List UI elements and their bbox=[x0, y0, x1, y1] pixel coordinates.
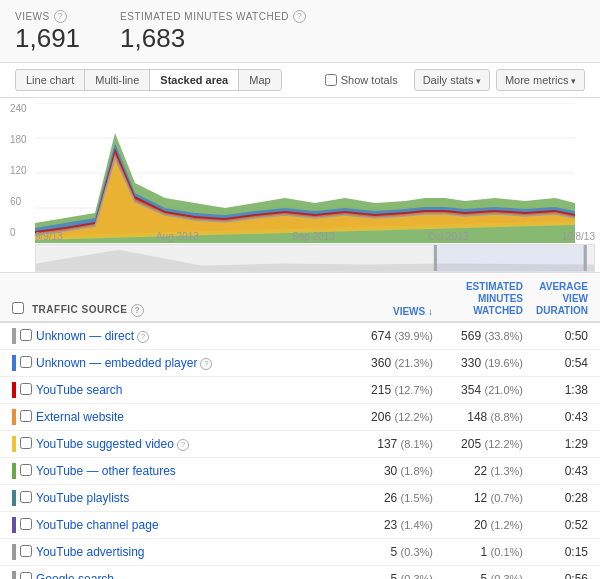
table-row: YouTube suggested video? 137 (8.1%) 205 … bbox=[0, 431, 600, 458]
table-row: YouTube — other features 30 (1.8%) 22 (1… bbox=[0, 458, 600, 485]
table-row: Unknown — embedded player? 360 (21.3%) 3… bbox=[0, 350, 600, 377]
row-avgview-7: 0:52 bbox=[523, 518, 588, 532]
row-source-cell: Google search bbox=[36, 572, 343, 579]
row-avgview-5: 0:43 bbox=[523, 464, 588, 478]
row-source-link-1[interactable]: Unknown — embedded player bbox=[36, 356, 197, 370]
select-all-checkbox[interactable] bbox=[12, 302, 24, 314]
row-checkbox-6[interactable] bbox=[20, 491, 32, 503]
row-source-link-9[interactable]: Google search bbox=[36, 572, 114, 579]
row-views-9: 5 (0.3%) bbox=[343, 572, 433, 579]
minutes-info-icon[interactable]: ? bbox=[293, 10, 306, 23]
th-source: TRAFFIC SOURCE ? bbox=[32, 304, 343, 317]
row-source-link-2[interactable]: YouTube search bbox=[36, 383, 123, 397]
row-checkbox-1[interactable] bbox=[20, 356, 32, 368]
row-color-indicator bbox=[12, 544, 16, 560]
row-views-2: 215 (12.7%) bbox=[343, 383, 433, 397]
top-stats-bar: VIEWS ? 1,691 ESTIMATED MINUTES WATCHED … bbox=[0, 0, 600, 63]
row-color-indicator bbox=[12, 463, 16, 479]
row-avgview-2: 1:38 bbox=[523, 383, 588, 397]
views-stat: VIEWS ? 1,691 bbox=[15, 10, 80, 54]
row-minutes-9: 5 (0.3%) bbox=[433, 572, 523, 579]
row-views-6: 26 (1.5%) bbox=[343, 491, 433, 505]
row-checkbox-cell bbox=[20, 491, 36, 506]
row-views-pct-2: (12.7%) bbox=[394, 384, 433, 396]
row-minutes-4: 205 (12.2%) bbox=[433, 437, 523, 451]
row-info-icon-0[interactable]: ? bbox=[137, 331, 149, 343]
row-source-link-8[interactable]: YouTube advertising bbox=[36, 545, 145, 559]
svg-rect-14 bbox=[434, 245, 587, 271]
row-color-indicator bbox=[12, 355, 16, 371]
more-metrics-dropdown[interactable]: More metrics bbox=[496, 69, 585, 91]
row-source-cell: YouTube search bbox=[36, 383, 343, 397]
row-views-5: 30 (1.8%) bbox=[343, 464, 433, 478]
row-minutes-6: 12 (0.7%) bbox=[433, 491, 523, 505]
row-minutes-7: 20 (1.2%) bbox=[433, 518, 523, 532]
minutes-label: ESTIMATED MINUTES WATCHED ? bbox=[120, 10, 306, 23]
row-source-link-7[interactable]: YouTube channel page bbox=[36, 518, 159, 532]
table-row: Google search 5 (0.3%) 5 (0.3%) 0:56 bbox=[0, 566, 600, 579]
mini-chart[interactable] bbox=[35, 244, 595, 272]
row-source-cell: YouTube suggested video? bbox=[36, 437, 343, 451]
row-source-link-3[interactable]: External website bbox=[36, 410, 124, 424]
row-color-indicator bbox=[12, 571, 16, 579]
daily-stats-dropdown[interactable]: Daily stats bbox=[414, 69, 490, 91]
row-checkbox-2[interactable] bbox=[20, 383, 32, 395]
row-checkbox-cell bbox=[20, 572, 36, 579]
chart-tabs-bar: Line chart Multi-line Stacked area Map S… bbox=[0, 63, 600, 98]
tab-line-chart[interactable]: Line chart bbox=[15, 69, 85, 91]
table-row: YouTube advertising 5 (0.3%) 1 (0.1%) 0:… bbox=[0, 539, 600, 566]
row-minutes-pct-0: (33.8%) bbox=[484, 330, 523, 342]
views-info-icon[interactable]: ? bbox=[54, 10, 67, 23]
show-totals-checkbox[interactable] bbox=[325, 74, 337, 86]
th-views[interactable]: VIEWS ↓ bbox=[343, 306, 433, 317]
tab-multi-line[interactable]: Multi-line bbox=[84, 69, 150, 91]
row-source-link-4[interactable]: YouTube suggested video bbox=[36, 437, 174, 451]
row-views-pct-8: (0.3%) bbox=[401, 546, 433, 558]
x-axis-labels: 9/9/13 Aug 2013 Sep 2013 Oct 2013 10/8/1… bbox=[35, 231, 595, 242]
show-totals-label[interactable]: Show totals bbox=[325, 74, 398, 86]
th-minutes[interactable]: ESTIMATED MINUTES WATCHED bbox=[433, 281, 523, 317]
row-checkbox-cell bbox=[20, 464, 36, 479]
row-minutes-pct-5: (1.3%) bbox=[491, 465, 523, 477]
row-checkbox-7[interactable] bbox=[20, 518, 32, 530]
row-checkbox-9[interactable] bbox=[20, 572, 32, 579]
row-source-link-6[interactable]: YouTube playlists bbox=[36, 491, 129, 505]
table-row: YouTube search 215 (12.7%) 354 (21.0%) 1… bbox=[0, 377, 600, 404]
row-checkbox-5[interactable] bbox=[20, 464, 32, 476]
row-checkbox-cell bbox=[20, 518, 36, 533]
minutes-value: 1,683 bbox=[120, 23, 306, 54]
row-views-pct-4: (8.1%) bbox=[401, 438, 433, 450]
source-header-info-icon[interactable]: ? bbox=[131, 304, 144, 317]
row-source-link-5[interactable]: YouTube — other features bbox=[36, 464, 176, 478]
row-checkbox-cell bbox=[20, 437, 36, 452]
row-minutes-8: 1 (0.1%) bbox=[433, 545, 523, 559]
table-row: YouTube channel page 23 (1.4%) 20 (1.2%)… bbox=[0, 512, 600, 539]
row-avgview-0: 0:50 bbox=[523, 329, 588, 343]
row-checkbox-8[interactable] bbox=[20, 545, 32, 557]
row-views-pct-3: (12.2%) bbox=[394, 411, 433, 423]
row-checkbox-cell bbox=[20, 356, 36, 371]
row-avgview-3: 0:43 bbox=[523, 410, 588, 424]
tab-map[interactable]: Map bbox=[238, 69, 281, 91]
mini-chart-svg bbox=[36, 245, 594, 271]
row-color-indicator bbox=[12, 409, 16, 425]
row-views-3: 206 (12.2%) bbox=[343, 410, 433, 424]
x-label-start: 9/9/13 bbox=[35, 231, 63, 242]
row-source-link-0[interactable]: Unknown — direct bbox=[36, 329, 134, 343]
tab-stacked-area[interactable]: Stacked area bbox=[149, 69, 239, 91]
row-checkbox-0[interactable] bbox=[20, 329, 32, 341]
row-views-pct-9: (0.3%) bbox=[401, 573, 433, 579]
row-minutes-1: 330 (19.6%) bbox=[433, 356, 523, 370]
table-section: TRAFFIC SOURCE ? VIEWS ↓ ESTIMATED MINUT… bbox=[0, 273, 600, 579]
row-checkbox-3[interactable] bbox=[20, 410, 32, 422]
row-checkbox-4[interactable] bbox=[20, 437, 32, 449]
row-info-icon-1[interactable]: ? bbox=[200, 358, 212, 370]
th-avgview[interactable]: AVERAGE VIEW DURATION bbox=[523, 281, 588, 317]
x-label-oct: Oct 2013 bbox=[428, 231, 469, 242]
row-views-pct-1: (21.3%) bbox=[394, 357, 433, 369]
views-label-text: VIEWS bbox=[15, 11, 50, 22]
table-row: YouTube playlists 26 (1.5%) 12 (0.7%) 0:… bbox=[0, 485, 600, 512]
row-source-cell: Unknown — embedded player? bbox=[36, 356, 343, 370]
y-axis-labels: 240 180 120 60 0 bbox=[10, 103, 27, 238]
row-info-icon-4[interactable]: ? bbox=[177, 439, 189, 451]
